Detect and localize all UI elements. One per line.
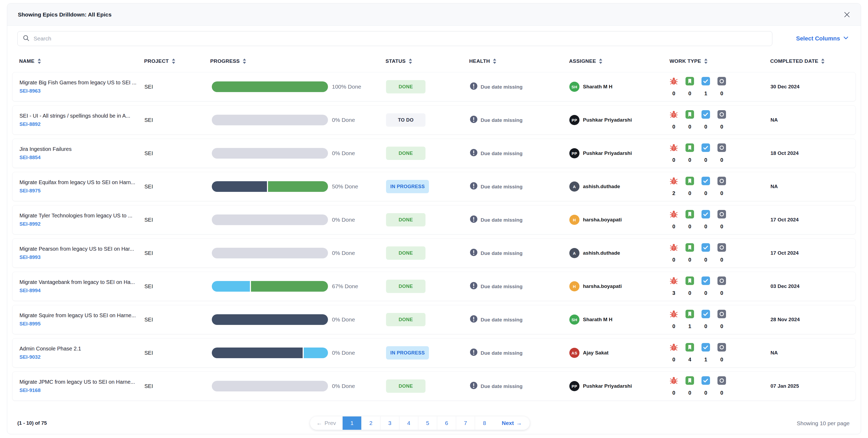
task-icon xyxy=(702,310,710,319)
completed-date-cell: NA xyxy=(771,350,778,356)
status-cell: DONE xyxy=(386,213,426,227)
column-header-status[interactable]: STATUS xyxy=(385,58,412,64)
prev-page-button[interactable]: ← Prev xyxy=(310,416,343,430)
sort-icon xyxy=(243,58,246,64)
bug-icon xyxy=(670,310,678,319)
health-cell: Due date missing xyxy=(470,248,523,258)
column-header-project[interactable]: PROJECT xyxy=(144,58,176,64)
epic-name: Migrate JPMC from legacy US to SEI on Ha… xyxy=(20,379,135,385)
worktype-cell: 0 0 0 0 xyxy=(666,143,730,163)
worktype-bug-column: 2 xyxy=(666,177,682,196)
task-icon xyxy=(702,243,710,253)
assignee-cell: AS Ajay Sakat xyxy=(569,348,609,358)
epic-icon xyxy=(717,343,726,352)
story-count: 0 xyxy=(688,257,691,263)
worktype-bug-column: 3 xyxy=(666,276,682,296)
epic-key-link[interactable]: SEI-8963 xyxy=(20,88,136,94)
page-button-3[interactable]: 3 xyxy=(380,416,399,430)
bug-count: 0 xyxy=(672,357,675,363)
page-button-8[interactable]: 8 xyxy=(475,416,494,430)
health-cell: Due date missing xyxy=(470,315,523,324)
worktype-epic-column: 0 xyxy=(714,177,730,196)
page-button-5[interactable]: 5 xyxy=(418,416,437,430)
page-button-2[interactable]: 2 xyxy=(362,416,380,430)
status-cell: IN PROGRESS xyxy=(386,180,429,193)
select-columns-label: Select Columns xyxy=(796,35,840,42)
task-count: 0 xyxy=(704,323,707,330)
progress-bar xyxy=(212,81,328,92)
select-columns-button[interactable]: Select Columns xyxy=(796,31,849,46)
search-input[interactable] xyxy=(34,35,772,42)
column-header-completed-date[interactable]: COMPLETED DATE xyxy=(770,58,825,64)
page-button-6[interactable]: 6 xyxy=(437,416,456,430)
assignee-cell: A ashish.duthade xyxy=(569,181,620,192)
task-count: 0 xyxy=(704,190,707,196)
column-header-worktype[interactable]: WORK TYPE xyxy=(670,58,708,64)
progress-cell: 0% Done xyxy=(212,314,355,325)
epic-key-link[interactable]: SEI-8994 xyxy=(20,288,135,294)
epic-key-link[interactable]: SEI-9032 xyxy=(20,354,81,360)
epic-name: Migrate Tyler Technologies from legacy U… xyxy=(20,213,132,219)
epic-key-link[interactable]: SEI-8995 xyxy=(20,321,136,327)
worktype-cell: 0 0 1 0 xyxy=(666,77,730,97)
epic-count: 0 xyxy=(720,91,723,97)
health-cell: Due date missing xyxy=(470,282,523,291)
bug-count: 0 xyxy=(672,390,675,396)
epic-key-link[interactable]: SEI-8993 xyxy=(20,255,134,260)
story-icon xyxy=(685,376,694,386)
chevron-down-icon xyxy=(843,35,849,42)
story-icon xyxy=(685,177,694,186)
progress-cell: 0% Done xyxy=(212,214,355,225)
modal-header: Showing Epics Drilldown: All Epics xyxy=(7,3,861,26)
name-cell: Migrate Equifax from legacy US to SEI on… xyxy=(20,179,135,194)
column-header-name[interactable]: NAME xyxy=(19,58,41,64)
name-cell: Migrate Squire from legacy US to SEI on … xyxy=(20,312,136,327)
task-icon xyxy=(702,77,710,87)
worktype-cell: 0 0 0 0 xyxy=(666,376,730,396)
worktype-task-column: 0 xyxy=(698,110,714,130)
epic-key-link[interactable]: SEI-9168 xyxy=(20,388,135,393)
column-header-health[interactable]: HEALTH xyxy=(469,58,497,64)
name-cell: Jira Ingestion Failures SEI-8854 xyxy=(20,146,72,161)
exclamation-circle-icon xyxy=(470,248,478,258)
table-row: Migrate Tyler Technologies from legacy U… xyxy=(12,205,856,234)
page-button-1[interactable]: 1 xyxy=(343,416,362,430)
worktype-bug-column: 0 xyxy=(666,343,682,363)
epic-count: 0 xyxy=(720,124,723,130)
epic-key-link[interactable]: SEI-8892 xyxy=(20,121,130,127)
health-label: Due date missing xyxy=(480,183,523,190)
task-count: 1 xyxy=(704,357,707,363)
task-count: 0 xyxy=(704,290,707,296)
story-count: 0 xyxy=(688,91,691,97)
worktype-epic-column: 0 xyxy=(714,210,730,230)
health-cell: Due date missing xyxy=(470,215,523,225)
progress-label: 0% Done xyxy=(332,117,355,123)
worktype-bug-column: 0 xyxy=(666,110,682,130)
progress-label: 100% Done xyxy=(332,83,361,90)
worktype-bug-column: 0 xyxy=(666,376,682,396)
epic-key-link[interactable]: SEI-8854 xyxy=(20,155,72,161)
story-icon xyxy=(685,143,694,153)
assignee-name: Pushkar Priyadarshi xyxy=(583,383,632,389)
assignee-cell: H harsha.boyapati xyxy=(569,281,622,291)
worktype-epic-column: 0 xyxy=(714,276,730,296)
column-header-assignee[interactable]: ASSIGNEE xyxy=(569,58,602,64)
close-icon[interactable] xyxy=(841,9,853,21)
epic-key-link[interactable]: SEI-8992 xyxy=(20,221,132,227)
worktype-epic-column: 0 xyxy=(714,310,730,330)
worktype-task-column: 1 xyxy=(698,343,714,363)
worktype-cell: 0 0 0 0 xyxy=(666,210,730,230)
story-count: 0 xyxy=(688,290,691,296)
page-button-4[interactable]: 4 xyxy=(399,416,418,430)
worktype-task-column: 0 xyxy=(698,310,714,330)
status-badge: DONE xyxy=(386,313,426,326)
task-icon xyxy=(702,276,710,286)
next-page-button[interactable]: Next → xyxy=(494,416,530,430)
project-cell: SEI xyxy=(145,350,153,356)
column-header-progress[interactable]: PROGRESS xyxy=(210,58,246,64)
progress-label: 0% Done xyxy=(332,250,355,256)
status-badge: DONE xyxy=(386,379,426,393)
epic-key-link[interactable]: SEI-8975 xyxy=(20,188,135,194)
health-label: Due date missing xyxy=(480,383,523,389)
page-button-7[interactable]: 7 xyxy=(456,416,475,430)
